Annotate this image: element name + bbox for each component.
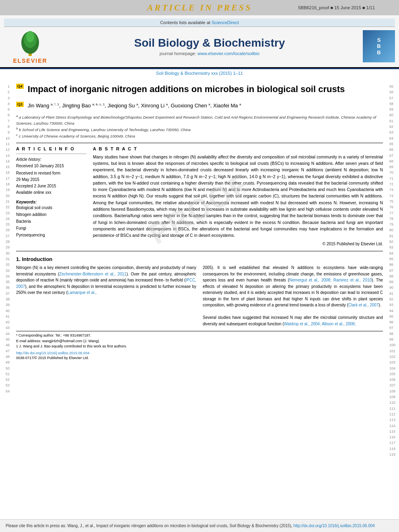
line-number: 112 [389,411,399,417]
ref-clark[interactable]: Clark et al., 2007 [348,303,379,307]
line-number: 87 [389,268,399,273]
line-number: 10 [0,136,10,141]
keywords-section: Keywords: Biological soil crustsNitrogen… [16,200,86,238]
line-number: 2 [0,89,10,95]
line-number: 37 [0,291,10,296]
page-layout: PROOF 1234567891011121314151617181920212… [0,80,399,457]
line-number: 66 [389,147,399,152]
doi-line: http://dx.doi.org/10.1016/j.soilbio.2015… [16,349,383,356]
line-number: 30 [0,251,10,256]
line-number: 101 [389,348,399,354]
abstract-heading: A B S T R A C T [93,146,383,151]
line-number: 65 [389,141,399,147]
line-number: 80 [389,227,399,233]
line-number: 50 [0,366,10,371]
line-number: 117 [389,440,399,446]
line-numbers-right: 5556575859606162636465666768697071727374… [388,80,399,457]
line-number: 96 [389,319,399,325]
keyword-item: Fungi [16,225,86,232]
citation-line: Soil Biology & Biochemistry xxx (2015) 1… [0,69,399,77]
ref-ipcc[interactable]: IPCC, 2007 [16,278,196,289]
line-number: 54 [0,388,10,394]
sciencedirect-link[interactable]: ScienceDirect [212,20,239,25]
line-number: 85 [389,256,399,262]
line-number: 4 [0,101,10,107]
line-number: 88 [389,273,399,279]
homepage-url[interactable]: www.elsevier.com/locate/soilbio [197,51,259,56]
section-divider-2 [16,251,383,251]
bottom-doi-link[interactable]: http://dx.doi.org/10.1016/j.soilbio.2015… [294,524,375,528]
line-numbers-left: 1234567891011121314151617181920212223242… [0,80,11,457]
sbb-logo: SBB [363,30,395,62]
line-number: 13 [0,153,10,158]
keywords-heading: Keywords: [16,200,86,204]
line-number: 79 [389,222,399,227]
accepted-date: Accepted 2 June 2015 [16,183,86,189]
bottom-citation-bar: Please cite this article in press as: Wa… [0,519,399,532]
line-number: 56 [389,89,399,95]
keyword-item: Biological soil crusts [16,204,86,211]
line-number: 103 [389,359,399,365]
sbb-logo-text: SBB [377,37,380,56]
article-info-content: Article history: Received 10 January 201… [16,156,86,196]
line-number: 43 [0,325,10,331]
line-number: 45 [0,337,10,342]
line-number: 113 [389,417,399,423]
line-number: 108 [389,388,399,394]
line-number: 90 [389,285,399,290]
line-number: 106 [389,377,399,382]
journal-title-center: Soil Biology & Biochemistry journal home… [56,37,363,56]
line-number: 52 [0,377,10,382]
line-number: 63 [389,129,399,135]
line-number: 53 [0,382,10,388]
intro-body: Nitrogen (N) is a key element controllin… [16,265,383,327]
line-number: 18 [0,181,10,187]
ref-zechmeister[interactable]: Zechmeister-Boltenstern et al., 2011 [59,272,126,276]
line-number: 58 [389,101,399,107]
line-number: 11 [0,141,10,147]
keyword-item: Pyrosequencing [16,232,86,238]
article-info-col: A R T I C L E I N F O Article history: R… [16,146,86,246]
line-number: 118 [389,446,399,452]
line-number: 102 [389,354,399,359]
ref-waldrop[interactable]: Waldrop et al., 2004; Allison et al., 20… [284,322,356,326]
journal-homepage: journal homepage: www.elsevier.com/locat… [56,51,363,56]
issn-line: 0038-0717/© 2015 Published by Elsevier L… [16,356,383,360]
footnote-email: E-mail address: wangjinlzh@hotmail.com (… [16,339,383,344]
title-row: Q4 Impact of inorganic nitrogen addition… [16,84,383,99]
line-number: 116 [389,434,399,440]
author-jin-wang: Jin Wang a, *, 1, Jingting Bao a, b, c, … [28,103,241,109]
affiliations: a a Laboratory of Plant Stress Ecophysio… [16,114,383,139]
line-number: 20 [0,193,10,199]
line-number: 3 [0,95,10,101]
line-number: 61 [389,118,399,124]
ref-lamarque[interactable]: Lamarque et al., [68,290,97,295]
line-number: 35 [0,279,10,285]
history-label: Article history: [16,156,86,163]
line-number: 9 [0,129,10,135]
line-number: 99 [389,337,399,342]
article-info-heading: A R T I C L E I N F O [16,146,86,151]
line-number: 16 [0,170,10,175]
intro-section: 1. Introduction Nitrogen (N) is a key el… [16,256,383,327]
line-number: 7 [0,118,10,124]
proof-meta: SBB6216_proof ■ 15 June 2015 ■ 1/11 [298,5,375,10]
q4-badge: Q4 [16,84,24,89]
line-number: 31 [0,256,10,262]
line-number: 24 [0,216,10,222]
line-number: 47 [0,348,10,354]
journal-header: Contents lists available at ScienceDirec… [0,15,399,68]
line-number: 15 [0,164,10,170]
line-number: 82 [389,239,399,244]
ref-nemergut[interactable]: Nemergut et al., 2008; Ramirez et al., 2… [289,278,372,282]
line-number: 39 [0,302,10,308]
journal-citation-link[interactable]: Soil Biology & Biochemistry xxx (2015) 1… [156,71,243,76]
line-number: 21 [0,199,10,204]
line-number: 67 [389,153,399,158]
line-number: 84 [389,251,399,256]
authors: Jin Wang a, *, 1, Jingting Bao a, b, c, … [28,102,241,110]
line-number: 19 [0,187,10,193]
line-number: 81 [389,233,399,239]
email-link[interactable]: wangjinlzh@hotmail.com [42,339,82,343]
doi-link[interactable]: http://dx.doi.org/10.1016/j.soilbio.2015… [16,351,89,355]
